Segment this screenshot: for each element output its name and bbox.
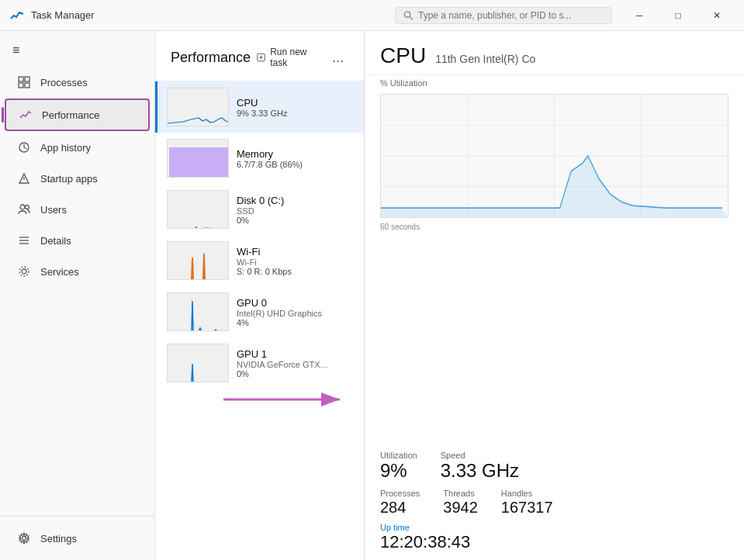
perf-item-gpu1[interactable]: GPU 1 NVIDIA GeForce GTX... 0% xyxy=(155,337,364,389)
gpu1-item-value: 0% xyxy=(237,369,327,379)
svg-point-0 xyxy=(404,11,410,16)
svg-point-15 xyxy=(19,267,29,276)
detail-subtitle: 11th Gen Intel(R) Co xyxy=(435,53,535,65)
gpu1-item-info: GPU 1 NVIDIA GeForce GTX... 0% xyxy=(237,348,327,379)
svg-rect-2 xyxy=(19,77,23,81)
perf-item-memory[interactable]: Memory 6.7/7.8 GB (86%) xyxy=(155,133,364,184)
perf-items-list: CPU 9% 3.33 GHz Memory 6.7/7.8 GB (8 xyxy=(155,81,364,560)
hamburger-button[interactable]: ≡ xyxy=(0,37,154,64)
app-history-label: App history xyxy=(40,142,91,154)
perf-list-panel: Performance Run new task ... xyxy=(155,31,365,560)
utilization-label: % Utilization xyxy=(365,75,744,94)
maximize-button[interactable]: □ xyxy=(660,3,696,28)
speed-stat: Speed 3.33 GHz xyxy=(441,451,519,482)
svg-rect-21 xyxy=(169,147,228,177)
handles-stat: Handles 167317 xyxy=(501,489,553,517)
processes-stat-value: 284 xyxy=(380,498,420,517)
app-title: Task Manager xyxy=(31,9,395,21)
threads-stat-label: Threads xyxy=(443,489,478,498)
uptime-stat-value: 12:20:38:43 xyxy=(380,532,470,552)
wifi-item-name: Wi-Fi xyxy=(237,246,292,258)
title-bar: Task Manager ─ □ ✕ xyxy=(0,0,744,31)
detail-header: CPU 11th Gen Intel(R) Co xyxy=(365,31,744,75)
search-bar[interactable] xyxy=(395,7,612,24)
stats-row-2: Processes 284 Threads 3942 Handles 16731… xyxy=(380,489,728,517)
disk-item-name: Disk 0 (C:) xyxy=(237,195,284,206)
processes-icon xyxy=(17,75,31,89)
services-label: Services xyxy=(40,266,79,278)
sidebar-item-processes[interactable]: Processes xyxy=(5,67,150,97)
app-history-icon xyxy=(17,140,31,154)
minimize-button[interactable]: ─ xyxy=(621,3,657,28)
disk-item-value: 0% xyxy=(237,216,284,225)
search-input[interactable] xyxy=(418,10,604,21)
memory-item-value: 6.7/7.8 GB (86%) xyxy=(237,160,303,169)
window-controls: ─ □ ✕ xyxy=(621,3,735,28)
svg-point-9 xyxy=(20,205,25,209)
uptime-stat-label: Up time xyxy=(380,523,470,532)
gpu1-mini-graph xyxy=(167,344,229,382)
speed-stat-label: Speed xyxy=(441,451,519,460)
services-icon xyxy=(17,264,31,278)
handles-stat-label: Handles xyxy=(501,489,553,498)
sidebar-item-details[interactable]: Details xyxy=(5,226,150,255)
startup-label: Startup apps xyxy=(40,173,98,185)
svg-point-10 xyxy=(26,206,29,209)
svg-rect-3 xyxy=(25,77,29,81)
svg-point-14 xyxy=(22,269,26,274)
users-label: Users xyxy=(40,204,67,216)
perf-item-disk0[interactable]: Disk 0 (C:) SSD 0% xyxy=(155,184,364,235)
more-options-button[interactable]: ... xyxy=(327,48,348,67)
users-icon xyxy=(17,202,31,216)
cpu-item-value: 9% 3.33 GHz xyxy=(237,109,287,118)
perf-list-header: Performance Run new task ... xyxy=(155,31,364,81)
performance-icon xyxy=(19,108,33,122)
sidebar-item-services[interactable]: Services xyxy=(5,257,150,286)
content-area: Performance Run new task ... xyxy=(155,31,744,560)
disk-item-info: Disk 0 (C:) SSD 0% xyxy=(237,195,284,225)
wifi-item-info: Wi-Fi Wi-Fi S: 0 R: 0 Kbps xyxy=(237,246,292,276)
gpu0-item-value: 4% xyxy=(237,318,322,327)
sidebar-bottom: Settings xyxy=(0,516,154,554)
run-new-task-label: Run new task xyxy=(270,47,315,68)
gpu0-item-info: GPU 0 Intel(R) UHD Graphics 4% xyxy=(237,297,322,327)
disk-item-type: SSD xyxy=(237,206,284,216)
settings-icon xyxy=(17,531,31,545)
handles-stat-value: 167317 xyxy=(501,498,553,517)
processes-label: Processes xyxy=(40,77,88,88)
details-icon xyxy=(17,233,31,247)
svg-point-16 xyxy=(22,537,26,541)
graph-time-label: 60 seconds xyxy=(380,221,728,234)
processes-stat: Processes 284 xyxy=(380,489,420,517)
gpu1-item-name: GPU 1 xyxy=(237,348,327,360)
gpu0-mini-graph xyxy=(167,292,229,331)
gpu0-item-type: Intel(R) UHD Graphics xyxy=(237,309,322,318)
memory-item-name: Memory xyxy=(237,148,303,160)
threads-stat: Threads 3942 xyxy=(443,489,478,517)
perf-item-cpu[interactable]: CPU 9% 3.33 GHz xyxy=(155,81,364,133)
detail-panel: CPU 11th Gen Intel(R) Co % Utilization xyxy=(365,31,744,560)
performance-label: Performance xyxy=(42,109,99,121)
uptime-stat: Up time 12:20:38:43 xyxy=(380,523,470,552)
sidebar-item-startup[interactable]: Startup apps xyxy=(5,164,150,193)
sidebar-item-app-history[interactable]: App history xyxy=(5,133,150,162)
run-new-task-button[interactable]: Run new task xyxy=(251,43,321,71)
perf-item-wifi[interactable]: Wi-Fi Wi-Fi S: 0 R: 0 Kbps xyxy=(155,235,364,286)
perf-item-gpu0[interactable]: GPU 0 Intel(R) UHD Graphics 4% xyxy=(155,286,364,337)
cpu-item-name: CPU xyxy=(237,97,287,109)
cpu-item-info: CPU 9% 3.33 GHz xyxy=(237,97,287,118)
sidebar-item-users[interactable]: Users xyxy=(5,195,150,224)
detail-stats: Utilization 9% Speed 3.33 GHz Processes … xyxy=(365,443,744,560)
gpu0-item-name: GPU 0 xyxy=(237,297,322,309)
close-button[interactable]: ✕ xyxy=(699,3,735,28)
utilization-stat-label: Utilization xyxy=(380,451,417,460)
perf-panel-title: Performance xyxy=(171,50,251,66)
main-layout: ≡ Processes Performance App history xyxy=(0,31,744,560)
disk-mini-graph xyxy=(167,190,229,229)
settings-label: Settings xyxy=(40,533,77,544)
sidebar-item-performance[interactable]: Performance xyxy=(5,99,150,131)
sidebar-item-settings[interactable]: Settings xyxy=(5,524,150,553)
wifi-item-type: Wi-Fi xyxy=(237,258,292,267)
cpu-graph-container: 60 seconds xyxy=(365,94,744,443)
search-icon xyxy=(403,10,414,21)
